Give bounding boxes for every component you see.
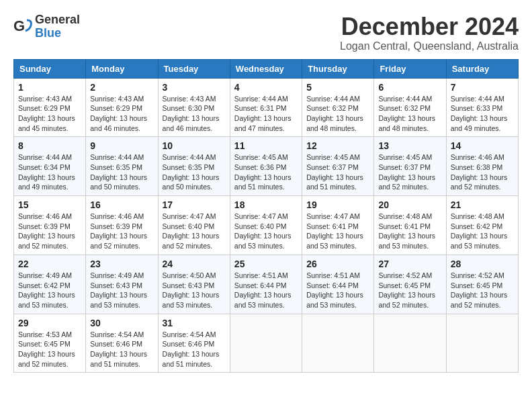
weekday-header-saturday: Saturday bbox=[446, 59, 518, 78]
day-info: Sunrise: 4:52 AMSunset: 6:45 PMDaylight:… bbox=[378, 271, 441, 310]
day-info: Sunrise: 4:48 AMSunset: 6:41 PMDaylight:… bbox=[378, 212, 441, 251]
day-number: 19 bbox=[306, 199, 369, 210]
day-number: 31 bbox=[163, 318, 226, 328]
svg-text:G: G bbox=[13, 17, 25, 34]
calendar-day-cell: 6Sunrise: 4:44 AMSunset: 6:32 PMDaylight… bbox=[374, 78, 446, 137]
day-number: 26 bbox=[306, 259, 369, 269]
weekday-header-sunday: Sunday bbox=[14, 59, 86, 78]
calendar-day-cell: 14Sunrise: 4:46 AMSunset: 6:38 PMDayligh… bbox=[446, 137, 518, 196]
logo-general: General bbox=[35, 13, 80, 27]
calendar-day-cell: 28Sunrise: 4:52 AMSunset: 6:45 PMDayligh… bbox=[446, 255, 518, 314]
day-number: 24 bbox=[163, 259, 226, 269]
calendar-day-cell: 4Sunrise: 4:44 AMSunset: 6:31 PMDaylight… bbox=[230, 78, 302, 137]
calendar-day-cell: 30Sunrise: 4:54 AMSunset: 6:46 PMDayligh… bbox=[86, 314, 158, 373]
day-info: Sunrise: 4:53 AMSunset: 6:45 PMDaylight:… bbox=[18, 330, 81, 369]
day-number: 20 bbox=[378, 199, 441, 210]
day-number: 4 bbox=[234, 82, 298, 93]
calendar-day-cell: 12Sunrise: 4:45 AMSunset: 6:37 PMDayligh… bbox=[302, 137, 374, 196]
day-info: Sunrise: 4:49 AMSunset: 6:43 PMDaylight:… bbox=[90, 271, 153, 310]
day-info: Sunrise: 4:45 AMSunset: 6:37 PMDaylight:… bbox=[378, 152, 441, 192]
calendar-day-cell: 23Sunrise: 4:49 AMSunset: 6:43 PMDayligh… bbox=[86, 255, 158, 314]
day-number: 5 bbox=[306, 82, 369, 93]
weekday-header-wednesday: Wednesday bbox=[230, 59, 302, 78]
day-number: 27 bbox=[378, 259, 441, 269]
calendar-day-cell: 21Sunrise: 4:48 AMSunset: 6:42 PMDayligh… bbox=[446, 196, 518, 255]
logo-icon: G bbox=[13, 17, 32, 36]
day-info: Sunrise: 4:54 AMSunset: 6:46 PMDaylight:… bbox=[90, 330, 153, 369]
day-info: Sunrise: 4:46 AMSunset: 6:39 PMDaylight:… bbox=[90, 212, 153, 251]
calendar-day-cell: 15Sunrise: 4:46 AMSunset: 6:39 PMDayligh… bbox=[14, 196, 86, 255]
day-number: 3 bbox=[163, 82, 226, 93]
calendar-day-cell bbox=[446, 314, 518, 373]
calendar-day-cell bbox=[230, 314, 302, 373]
day-info: Sunrise: 4:45 AMSunset: 6:37 PMDaylight:… bbox=[306, 152, 369, 192]
day-number: 15 bbox=[18, 199, 81, 210]
day-number: 21 bbox=[451, 199, 514, 210]
day-number: 18 bbox=[234, 199, 298, 210]
day-info: Sunrise: 4:45 AMSunset: 6:36 PMDaylight:… bbox=[234, 152, 298, 192]
calendar-day-cell: 17Sunrise: 4:47 AMSunset: 6:40 PMDayligh… bbox=[158, 196, 230, 255]
calendar-week-row: 1Sunrise: 4:43 AMSunset: 6:29 PMDaylight… bbox=[14, 78, 519, 137]
day-info: Sunrise: 4:44 AMSunset: 6:31 PMDaylight:… bbox=[234, 94, 298, 134]
day-number: 16 bbox=[90, 199, 153, 210]
calendar-day-cell: 27Sunrise: 4:52 AMSunset: 6:45 PMDayligh… bbox=[374, 255, 446, 314]
day-number: 29 bbox=[18, 318, 81, 328]
day-number: 1 bbox=[18, 82, 81, 93]
calendar-day-cell: 20Sunrise: 4:48 AMSunset: 6:41 PMDayligh… bbox=[374, 196, 446, 255]
calendar-day-cell: 2Sunrise: 4:43 AMSunset: 6:29 PMDaylight… bbox=[86, 78, 158, 137]
weekday-header-row: SundayMondayTuesdayWednesdayThursdayFrid… bbox=[14, 59, 519, 78]
day-number: 22 bbox=[18, 259, 81, 269]
calendar-day-cell: 9Sunrise: 4:44 AMSunset: 6:35 PMDaylight… bbox=[86, 137, 158, 196]
calendar-day-cell: 22Sunrise: 4:49 AMSunset: 6:42 PMDayligh… bbox=[14, 255, 86, 314]
calendar-day-cell: 5Sunrise: 4:44 AMSunset: 6:32 PMDaylight… bbox=[302, 78, 374, 137]
weekday-header-tuesday: Tuesday bbox=[158, 59, 230, 78]
calendar-week-row: 22Sunrise: 4:49 AMSunset: 6:42 PMDayligh… bbox=[14, 255, 519, 314]
day-number: 23 bbox=[90, 259, 153, 269]
day-number: 7 bbox=[451, 82, 514, 93]
day-info: Sunrise: 4:51 AMSunset: 6:44 PMDaylight:… bbox=[306, 271, 369, 310]
day-number: 8 bbox=[18, 140, 81, 151]
day-info: Sunrise: 4:51 AMSunset: 6:44 PMDaylight:… bbox=[234, 271, 298, 310]
calendar-day-cell: 13Sunrise: 4:45 AMSunset: 6:37 PMDayligh… bbox=[374, 137, 446, 196]
calendar-day-cell: 19Sunrise: 4:47 AMSunset: 6:41 PMDayligh… bbox=[302, 196, 374, 255]
month-year-title: December 2024 bbox=[340, 13, 519, 40]
day-number: 17 bbox=[163, 199, 226, 210]
day-number: 30 bbox=[90, 318, 153, 328]
day-info: Sunrise: 4:44 AMSunset: 6:35 PMDaylight:… bbox=[90, 152, 153, 192]
day-info: Sunrise: 4:43 AMSunset: 6:30 PMDaylight:… bbox=[163, 94, 226, 134]
weekday-header-thursday: Thursday bbox=[302, 59, 374, 78]
day-info: Sunrise: 4:44 AMSunset: 6:35 PMDaylight:… bbox=[163, 152, 226, 192]
calendar-day-cell: 7Sunrise: 4:44 AMSunset: 6:33 PMDaylight… bbox=[446, 78, 518, 137]
calendar-day-cell bbox=[374, 314, 446, 373]
calendar-day-cell: 3Sunrise: 4:43 AMSunset: 6:30 PMDaylight… bbox=[158, 78, 230, 137]
calendar-day-cell: 11Sunrise: 4:45 AMSunset: 6:36 PMDayligh… bbox=[230, 137, 302, 196]
day-number: 13 bbox=[378, 140, 441, 151]
calendar-day-cell: 10Sunrise: 4:44 AMSunset: 6:35 PMDayligh… bbox=[158, 137, 230, 196]
calendar-table: SundayMondayTuesdayWednesdayThursdayFrid… bbox=[13, 59, 519, 373]
day-number: 14 bbox=[451, 140, 514, 151]
day-info: Sunrise: 4:54 AMSunset: 6:46 PMDaylight:… bbox=[163, 330, 226, 369]
calendar-week-row: 8Sunrise: 4:44 AMSunset: 6:34 PMDaylight… bbox=[14, 137, 519, 196]
calendar-week-row: 29Sunrise: 4:53 AMSunset: 6:45 PMDayligh… bbox=[14, 314, 519, 373]
day-number: 10 bbox=[163, 140, 226, 151]
calendar-day-cell: 25Sunrise: 4:51 AMSunset: 6:44 PMDayligh… bbox=[230, 255, 302, 314]
calendar-day-cell: 24Sunrise: 4:50 AMSunset: 6:43 PMDayligh… bbox=[158, 255, 230, 314]
location-subtitle: Logan Central, Queensland, Australia bbox=[340, 40, 519, 52]
calendar-week-row: 15Sunrise: 4:46 AMSunset: 6:39 PMDayligh… bbox=[14, 196, 519, 255]
day-info: Sunrise: 4:43 AMSunset: 6:29 PMDaylight:… bbox=[18, 94, 81, 134]
day-info: Sunrise: 4:47 AMSunset: 6:41 PMDaylight:… bbox=[306, 212, 369, 251]
calendar-day-cell: 1Sunrise: 4:43 AMSunset: 6:29 PMDaylight… bbox=[14, 78, 86, 137]
calendar-day-cell: 16Sunrise: 4:46 AMSunset: 6:39 PMDayligh… bbox=[86, 196, 158, 255]
day-info: Sunrise: 4:49 AMSunset: 6:42 PMDaylight:… bbox=[18, 271, 81, 310]
title-area: December 2024 Logan Central, Queensland,… bbox=[340, 13, 519, 52]
day-info: Sunrise: 4:44 AMSunset: 6:33 PMDaylight:… bbox=[451, 94, 514, 134]
header: G General Blue December 2024 Logan Centr… bbox=[13, 13, 519, 52]
calendar-day-cell: 26Sunrise: 4:51 AMSunset: 6:44 PMDayligh… bbox=[302, 255, 374, 314]
day-info: Sunrise: 4:48 AMSunset: 6:42 PMDaylight:… bbox=[451, 212, 514, 251]
day-number: 6 bbox=[378, 82, 441, 93]
logo-blue: Blue bbox=[35, 27, 80, 40]
day-number: 2 bbox=[90, 82, 153, 93]
day-number: 11 bbox=[234, 140, 298, 151]
weekday-header-friday: Friday bbox=[374, 59, 446, 78]
day-info: Sunrise: 4:44 AMSunset: 6:32 PMDaylight:… bbox=[378, 94, 441, 134]
